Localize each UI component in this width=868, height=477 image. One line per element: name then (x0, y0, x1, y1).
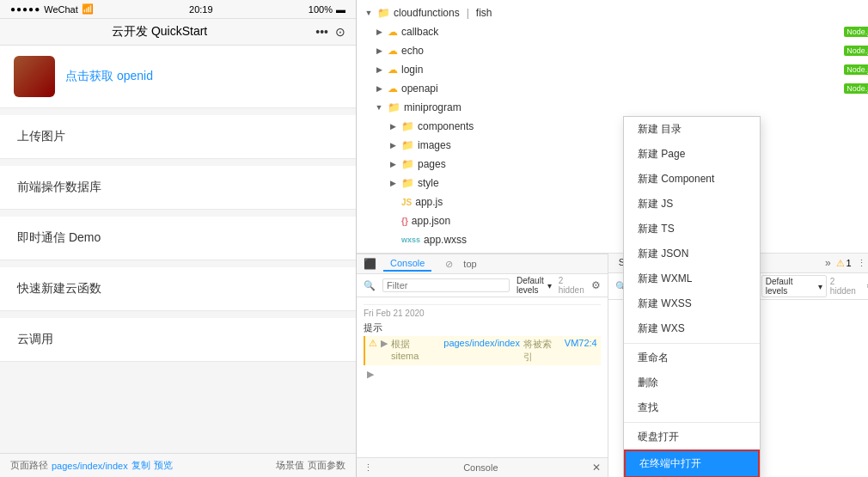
chevron-down-icon: ▾ (547, 281, 552, 290)
wifi-icon: 📶 (82, 3, 94, 15)
console-label: Console (463, 462, 498, 473)
tree-item-appjs[interactable]: ▶ JS app.js (357, 193, 868, 211)
tree-item-style[interactable]: ▶ 📁 style (357, 174, 868, 193)
pages-label: pages (418, 158, 446, 170)
warning-location[interactable]: VM72:4 (565, 338, 597, 348)
console-panel-icon: ⬛ (364, 258, 376, 270)
path-label: 页面路径 (10, 459, 48, 472)
ctx-delete[interactable]: 删除 (624, 370, 760, 395)
ctx-new-wxml[interactable]: 新建 WXML (624, 266, 760, 291)
menu-item-db[interactable]: 前端操作数据库 (0, 166, 356, 210)
root-label: cloudfunctions (394, 7, 460, 19)
tree-item-callback[interactable]: ▶ ☁ callback Node.js (357, 22, 868, 41)
ctx-new-component[interactable]: 新建 Component (624, 167, 760, 192)
console-bottom-bar: ⋮ Console ✕ (357, 457, 608, 477)
tree-item-login[interactable]: ▶ ☁ login Node.js (357, 60, 868, 79)
tree-item-appjson[interactable]: ▶ {} app.json (357, 211, 868, 230)
tree-item-components[interactable]: ▶ 📁 components (357, 117, 868, 136)
appjson-label: app.json (412, 215, 450, 227)
warn-triangle-icon: ⚠ (836, 258, 845, 269)
miniprogram-arrow: ▼ (374, 102, 384, 113)
preview-btn[interactable]: 预览 (154, 459, 173, 472)
openid-link[interactable]: 点击获取 openid (65, 69, 153, 84)
path-value: pages/index/index (52, 461, 128, 471)
tree-item-openapi[interactable]: ▶ ☁ openapi Node.js (357, 79, 868, 98)
levels-label: Default levels (517, 276, 544, 295)
phone-status-bar: ●●●●● WeChat 📶 20:19 100% ▬ (0, 0, 356, 19)
tree-item-appwxss[interactable]: ▶ wxss app.wxss (357, 230, 868, 249)
console-filter-bar: 🔍 Default levels ▾ 2 hidden ⚙ (357, 274, 608, 297)
openid-section[interactable]: 点击获取 openid (0, 46, 356, 108)
ctx-new-dir[interactable]: 新建 目录 (624, 117, 760, 142)
warning-text: 根据 sitema (391, 338, 440, 361)
js-icon: JS (401, 198, 412, 207)
tree-item-images[interactable]: ▶ 📁 images (357, 136, 868, 155)
filter-input[interactable] (382, 278, 510, 292)
warn-badge: ⚠ 1 (836, 258, 852, 269)
cloud-icon: ☁ (388, 26, 398, 38)
warn-count: 1 (847, 258, 852, 268)
filter-icon: 🔍 (364, 280, 376, 291)
ctx-new-wxs[interactable]: 新建 WXS (624, 316, 760, 341)
echo-label: echo (401, 45, 424, 57)
chevron-right-icon[interactable]: » (825, 257, 831, 269)
levels-dropdown-label: Default levels (766, 277, 816, 296)
toolbar-icons: ••• ⊙ (315, 25, 345, 39)
folder-style-icon: 📁 (401, 177, 414, 189)
warning-icon: ⚠ (369, 338, 377, 349)
hidden-count: 2 hidden (559, 276, 584, 295)
menu-item-cloudfunc[interactable]: 快速新建云函数 (0, 267, 356, 311)
tree-root[interactable]: ▼ 📁 cloudfunctions | fish (357, 3, 868, 22)
ctx-new-page[interactable]: 新建 Page (624, 142, 760, 167)
warning-suffix: 将被索引 (523, 338, 561, 364)
login-arrow: ▶ (374, 64, 384, 75)
ctx-open-disk[interactable]: 硬盘打开 (624, 425, 760, 449)
levels-dropdown[interactable]: Default levels ▾ (761, 275, 827, 297)
more-options-icon[interactable]: ⋮ (857, 258, 866, 269)
folder-img-icon: 📁 (401, 139, 414, 151)
more-icon[interactable]: ••• (315, 25, 328, 39)
gear-icon[interactable]: ⚙ (591, 279, 601, 291)
wxss-icon: wxss (401, 235, 420, 244)
status-time: 20:19 (189, 4, 213, 15)
top-filter: top (463, 259, 476, 269)
root-arrow: ▼ (364, 8, 374, 18)
battery-label: 100% (309, 4, 333, 15)
ctx-rename[interactable]: 重命名 (624, 346, 760, 370)
status-right: 100% ▬ (309, 4, 345, 15)
phone-toolbar: 云开发 QuickStart ••• ⊙ (0, 19, 356, 46)
tree-item-pages[interactable]: ▶ 📁 pages (357, 155, 868, 174)
ctx-find[interactable]: 查找 (624, 395, 760, 420)
menu-item-upload[interactable]: 上传图片 (0, 115, 356, 159)
app-title: 云开发 QuickStart (10, 24, 309, 40)
phone-bottom-bar: 页面路径 pages/index/index 复制 预览 场景值 页面参数 (0, 453, 356, 477)
openapi-badge: Node.js (844, 83, 868, 94)
copy-btn[interactable]: 复制 (131, 459, 150, 472)
tab-console[interactable]: Console (383, 256, 431, 272)
ide-panel: ▼ 📁 cloudfunctions | fish ▶ ☁ callback N… (357, 0, 868, 477)
ctx-new-js[interactable]: 新建 JS (624, 192, 760, 217)
filter-levels[interactable]: Default levels ▾ (517, 276, 552, 295)
capture-icon[interactable]: ⊙ (335, 25, 345, 39)
cloud-icon-login: ☁ (388, 64, 398, 76)
battery-icon: ▬ (336, 4, 345, 15)
menu-item-chat[interactable]: 即时通信 Demo (0, 217, 356, 260)
ctx-new-wxss[interactable]: 新建 WXSS (624, 291, 760, 316)
style-arrow: ▶ (388, 178, 398, 188)
env-label: fish (476, 7, 492, 19)
cloud-icon-openapi: ☁ (388, 83, 398, 95)
ctx-open-terminal[interactable]: 在终端中打开 (624, 449, 760, 477)
close-icon[interactable]: ✕ (592, 462, 601, 474)
ctx-new-json[interactable]: 新建 JSON (624, 242, 760, 266)
tree-item-miniprogram[interactable]: ▼ 📁 miniprogram (357, 98, 868, 117)
stop-icon[interactable]: ⊘ (445, 259, 453, 270)
console-panel: ⬛ Console ⊘ top 🔍 Default levels ▾ 2 hid… (357, 254, 608, 477)
ctx-new-ts[interactable]: 新建 TS (624, 217, 760, 242)
login-badge: Node.js (844, 64, 868, 75)
warning-link[interactable]: pages/index/index (443, 338, 520, 348)
menu-item-cloudcall[interactable]: 云调用 (0, 318, 356, 362)
right-panel-icons: » ⚠ 1 ⋮ ⊞ (825, 257, 868, 269)
login-label: login (401, 64, 423, 76)
console-expand-arrow[interactable]: ▶ (364, 367, 601, 382)
tree-item-echo[interactable]: ▶ ☁ echo Node.js (357, 41, 868, 60)
